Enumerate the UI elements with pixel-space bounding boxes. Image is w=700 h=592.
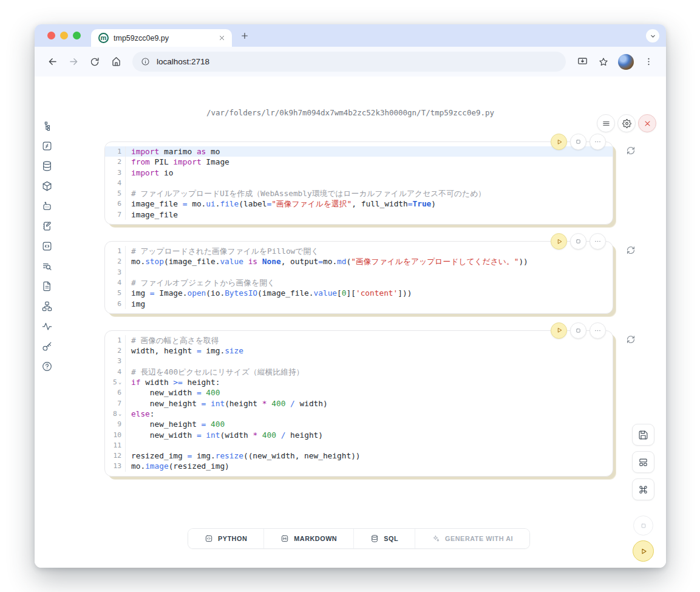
notebook-settings-button[interactable] <box>617 114 636 132</box>
app-layout-button[interactable] <box>632 451 654 473</box>
code-line[interactable]: 6 new_width = 400 <box>105 387 613 398</box>
forward-button[interactable] <box>64 53 83 71</box>
code-line[interactable]: 9 new_height = 400 <box>105 419 613 429</box>
back-button[interactable] <box>43 53 61 71</box>
fold-chevron-icon[interactable]: ⌄ <box>118 411 121 417</box>
code-line[interactable]: 2width, height = img.size <box>105 345 613 356</box>
code-line[interactable]: 3 <box>105 356 613 366</box>
code-line[interactable]: 4 <box>105 178 613 188</box>
add-sql-cell-button[interactable]: SQL <box>353 529 415 548</box>
code-line[interactable]: 4# ファイルオブジェクトから画像を開く <box>105 277 613 288</box>
code-line[interactable]: 1# アップロードされた画像ファイルをPillowで開く <box>105 246 613 256</box>
sidebar-item-dependency-graph[interactable] <box>41 300 53 313</box>
code-line[interactable]: 3 <box>105 267 613 277</box>
run-cell-button[interactable] <box>551 233 567 250</box>
stop-cell-button[interactable] <box>570 322 586 339</box>
code-line[interactable]: 2from PIL import Image <box>105 157 613 167</box>
run-cell-button[interactable] <box>551 134 567 150</box>
code-cell-1[interactable]: 1import marimo as mo2from PIL import Ima… <box>104 141 613 225</box>
generate-with-ai-button[interactable]: GENERATE WITH AI <box>415 529 529 548</box>
cell-menu-button[interactable] <box>590 233 606 250</box>
play-icon <box>556 238 563 245</box>
home-button[interactable] <box>107 53 125 71</box>
sidebar-item-variables[interactable] <box>41 140 53 152</box>
rerun-stale-icon[interactable] <box>626 335 636 344</box>
site-info-icon[interactable] <box>141 57 150 66</box>
code-line[interactable]: 13mo.image(resized_img) <box>105 461 613 471</box>
cell-menu-button[interactable] <box>590 134 606 150</box>
cell-menu-button[interactable] <box>590 322 606 339</box>
cell-actions <box>551 233 606 250</box>
code-line[interactable]: 12resized_img = img.resize((new_width, n… <box>105 451 613 461</box>
code-line[interactable]: 10 new_width = int(width * 400 / height) <box>105 430 613 440</box>
code-line[interactable]: 1# 画像の幅と高さを取得 <box>105 335 613 345</box>
save-notebook-button[interactable] <box>632 424 654 446</box>
add-cell-label: PYTHON <box>218 535 247 542</box>
add-python-cell-button[interactable]: PYTHON <box>188 529 263 548</box>
browser-toolbar: localhost:2718 <box>35 47 666 77</box>
code-cell-2[interactable]: 1# アップロードされた画像ファイルをPillowで開く2mo.stop(ima… <box>104 241 613 314</box>
sidebar-item-ai-chat[interactable] <box>41 200 53 213</box>
sidebar-item-secrets[interactable] <box>41 340 53 353</box>
rerun-stale-icon[interactable] <box>626 146 636 155</box>
sidebar-item-tracing[interactable] <box>41 320 53 333</box>
dependency-graph-icon <box>41 301 53 312</box>
line-number: 1 <box>105 146 126 157</box>
stop-cell-button[interactable] <box>570 233 586 250</box>
close-window-button[interactable] <box>47 32 55 39</box>
code-cell-3[interactable]: 1# 画像の幅と高さを取得2width, height = img.size3 … <box>104 330 613 477</box>
code-line[interactable]: 2mo.stop(image_file.value is None, outpu… <box>105 256 613 267</box>
line-number: 6 <box>105 299 126 309</box>
code-line[interactable]: 8⌄else: <box>105 409 613 419</box>
tab-search-button[interactable] <box>646 29 659 43</box>
stop-cell-button[interactable] <box>570 134 586 150</box>
browser-menu-button[interactable] <box>639 53 658 71</box>
address-bar[interactable]: localhost:2718 <box>132 52 566 72</box>
install-app-button[interactable] <box>573 53 591 71</box>
sidebar-item-documentation[interactable] <box>41 280 53 293</box>
code-line[interactable]: 6image_file = mo.ui.file(label="画像ファイルを選… <box>105 199 613 209</box>
line-number: 6 <box>105 199 126 209</box>
sidebar-item-help[interactable] <box>41 360 53 373</box>
sidebar-item-outline[interactable] <box>41 120 53 132</box>
code-line[interactable]: 7 new_height = int(height * 400 / width) <box>105 398 613 409</box>
code-line[interactable]: 3import io <box>105 168 613 178</box>
reload-button[interactable] <box>86 53 104 71</box>
code-text: img = Image.open(io.BytesIO(image_file.v… <box>126 288 412 298</box>
minimize-window-button[interactable] <box>60 32 68 39</box>
fold-chevron-icon[interactable]: ⌄ <box>118 379 121 385</box>
zoom-window-button[interactable] <box>73 32 81 39</box>
browser-tab[interactable]: m tmp59zcc0e9.py <box>91 29 232 47</box>
sidebar-item-packages[interactable] <box>41 180 53 192</box>
code-line[interactable]: 5⌄if width >= height: <box>105 377 613 387</box>
new-tab-button[interactable] <box>240 31 250 41</box>
profile-avatar[interactable] <box>618 54 634 70</box>
code-line[interactable]: 6img <box>105 299 613 309</box>
notebook-menu-button[interactable] <box>597 114 615 132</box>
run-all-cells-button[interactable] <box>633 540 654 562</box>
line-number: 9 <box>105 419 126 429</box>
code-line[interactable]: 1import marimo as mo <box>105 146 613 157</box>
sidebar-item-logs[interactable] <box>41 260 53 273</box>
line-number: 2 <box>105 345 126 356</box>
code-line[interactable]: 5# ファイルアップロードUIを作成（WebAssembly環境ではローカルファ… <box>105 188 613 199</box>
code-text: from PIL import Image <box>126 157 229 167</box>
packages-icon <box>41 180 53 192</box>
sidebar-item-scratchpad[interactable] <box>41 220 53 233</box>
rerun-stale-icon[interactable] <box>626 245 636 255</box>
shutdown-button[interactable] <box>638 114 656 132</box>
stop-all-cells-button[interactable] <box>633 515 653 536</box>
keyboard-shortcuts-button[interactable] <box>632 478 654 500</box>
code-line[interactable]: 7image_file <box>105 209 613 220</box>
code-line[interactable]: 5img = Image.open(io.BytesIO(image_file.… <box>105 288 613 298</box>
sidebar-item-data-sources[interactable] <box>41 160 53 172</box>
notebook-content: /var/folders/lr/0k9h7m094dx7wm4b2zc52k3h… <box>35 108 666 568</box>
tab-close-icon[interactable] <box>218 34 226 42</box>
line-number: 3 <box>105 356 126 366</box>
bookmark-star-button[interactable] <box>594 53 613 71</box>
sidebar-item-snippets[interactable] <box>41 240 53 253</box>
add-markdown-cell-button[interactable]: MARKDOWN <box>263 529 353 548</box>
code-line[interactable]: 4# 長辺を400ピクセルにリサイズ（縦横比維持） <box>105 367 613 377</box>
run-cell-button[interactable] <box>551 322 567 339</box>
code-line[interactable]: 11 <box>105 440 613 451</box>
